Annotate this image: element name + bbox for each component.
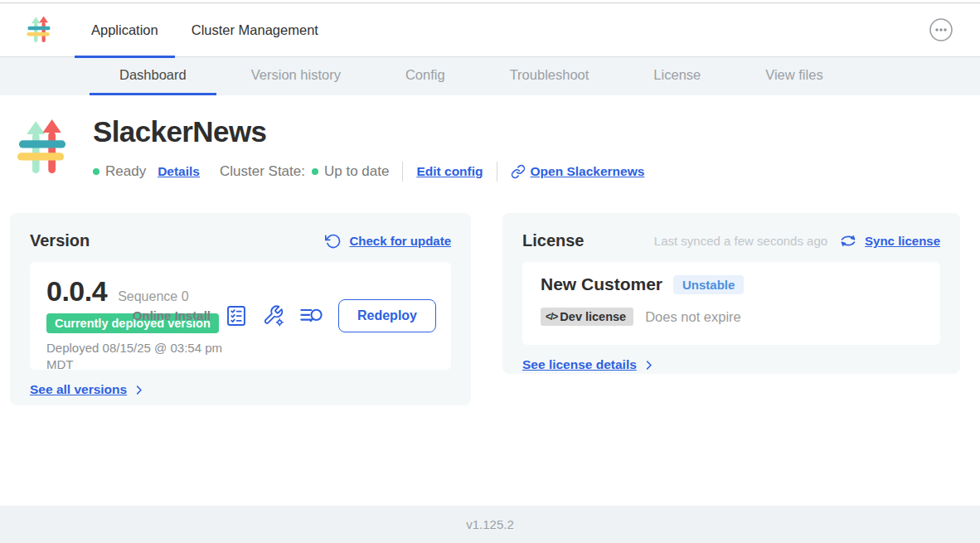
tab-license[interactable]: License bbox=[623, 57, 730, 95]
admin-console-screen: Application Cluster Management Dashboard… bbox=[0, 0, 980, 543]
top-tab-cluster-management[interactable]: Cluster Management bbox=[175, 3, 335, 57]
dev-license-badge-text: Dev license bbox=[560, 310, 626, 323]
last-synced-text: Last synced a few seconds ago bbox=[654, 234, 827, 248]
see-all-versions-link[interactable]: See all versions bbox=[30, 382, 145, 397]
tab-troubleshoot[interactable]: Troubleshoot bbox=[480, 57, 619, 95]
version-number: 0.0.4 bbox=[46, 275, 107, 308]
divider bbox=[497, 162, 497, 182]
code-icon: </> bbox=[546, 311, 557, 322]
chevron-right-icon bbox=[133, 384, 145, 396]
app-sub-nav: Dashboard Version history Config Trouble… bbox=[0, 57, 980, 95]
check-for-update-link[interactable]: Check for update bbox=[349, 234, 451, 248]
license-summary-panel: New Customer Unstable </> Dev license Do… bbox=[522, 262, 940, 345]
configure-wrench-icon[interactable] bbox=[262, 304, 285, 327]
license-card-header: License Last synced a few seconds ago Sy… bbox=[522, 231, 940, 250]
install-type-label: Online Install bbox=[133, 308, 211, 324]
customer-name: New Customer bbox=[541, 274, 662, 294]
dashboard-content: SlackerNews Ready Details Cluster State:… bbox=[0, 95, 980, 505]
see-license-details-link-text[interactable]: See license details bbox=[522, 357, 637, 372]
top-nav-bar: Application Cluster Management bbox=[0, 3, 980, 57]
see-license-details-link[interactable]: See license details bbox=[522, 357, 655, 372]
sync-license-link[interactable]: Sync license bbox=[865, 234, 940, 248]
tab-dashboard[interactable]: Dashboard bbox=[90, 57, 216, 95]
overflow-menu-button[interactable] bbox=[929, 17, 953, 42]
divider bbox=[402, 162, 403, 182]
license-card: License Last synced a few seconds ago Sy… bbox=[502, 213, 960, 374]
edit-config-link[interactable]: Edit config bbox=[416, 164, 483, 179]
cluster-state-dot bbox=[312, 168, 318, 175]
version-card-header: Version Check for update bbox=[30, 231, 451, 250]
sync-arrows-icon bbox=[839, 232, 857, 250]
app-status-dot bbox=[93, 168, 99, 175]
chain-link-icon bbox=[511, 164, 526, 179]
dev-license-badge: </> Dev license bbox=[541, 308, 633, 326]
app-logo-icon bbox=[27, 16, 51, 44]
app-status-text: Ready bbox=[105, 163, 146, 180]
tab-view-files[interactable]: View files bbox=[735, 57, 852, 95]
cluster-state-label: Cluster State: bbox=[220, 163, 305, 180]
console-version-footer: v1.125.2 bbox=[0, 506, 980, 543]
app-logo-large-icon bbox=[17, 119, 68, 177]
license-card-title: License bbox=[522, 231, 584, 250]
open-app-link[interactable]: Open Slackernews bbox=[511, 164, 645, 179]
version-card: Version Check for update 0.0.4 Sequence … bbox=[10, 213, 471, 405]
chevron-right-icon bbox=[643, 359, 655, 371]
current-version-panel: 0.0.4 Sequence 0 Currently deployed vers… bbox=[30, 262, 451, 370]
tab-config[interactable]: Config bbox=[376, 57, 475, 95]
tab-version-history[interactable]: Version history bbox=[221, 57, 371, 95]
page-title: SlackerNews bbox=[93, 115, 266, 148]
see-all-versions-link-text[interactable]: See all versions bbox=[30, 382, 127, 397]
deployed-timestamp: Deployed 08/15/25 @ 03:54 pm MDT bbox=[46, 340, 225, 374]
app-status-row: Ready Details Cluster State: Up to date … bbox=[93, 162, 644, 182]
ellipsis-circle-icon bbox=[929, 17, 953, 42]
channel-badge: Unstable bbox=[673, 275, 744, 294]
cluster-state-value: Up to date bbox=[324, 163, 389, 180]
top-tab-application[interactable]: Application bbox=[75, 3, 175, 57]
refresh-icon bbox=[325, 233, 342, 250]
redeploy-button[interactable]: Redeploy bbox=[338, 299, 436, 332]
license-expiration: Does not expire bbox=[645, 309, 741, 325]
preflight-checks-icon[interactable] bbox=[225, 304, 248, 327]
details-link[interactable]: Details bbox=[158, 164, 200, 179]
console-version-text: v1.125.2 bbox=[466, 517, 514, 531]
open-app-link-text[interactable]: Open Slackernews bbox=[531, 164, 645, 179]
deploy-logs-icon[interactable] bbox=[299, 304, 324, 327]
version-card-title: Version bbox=[30, 231, 90, 250]
